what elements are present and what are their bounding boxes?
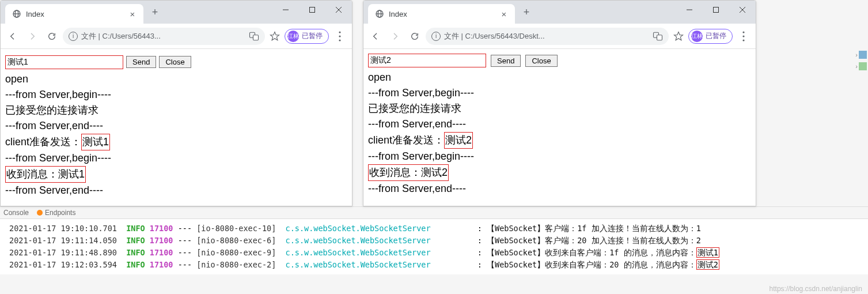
window-controls (676, 1, 756, 24)
tab-title: Index (26, 10, 123, 18)
log-line: 收到消息：测试1 (5, 166, 347, 183)
close-button[interactable] (325, 1, 352, 19)
new-tab-button[interactable]: + (518, 4, 535, 20)
address-bar: i 文件 | C:/Users/56443/Deskt... 江林 已暂停 (363, 24, 756, 49)
message-input[interactable] (5, 55, 123, 69)
tab-close-icon[interactable]: × (499, 9, 509, 19)
menu-button[interactable] (735, 28, 752, 45)
reload-button[interactable] (43, 28, 60, 45)
close-button-page[interactable]: Close (159, 56, 191, 68)
reload-button[interactable] (406, 28, 423, 45)
log-line: 已接受您的连接请求 (5, 103, 347, 118)
svg-marker-22 (674, 32, 683, 40)
tab-close-icon[interactable]: × (127, 9, 138, 19)
send-button[interactable]: Send (491, 55, 521, 67)
log-line: ---from Server,end---- (368, 116, 751, 132)
window-controls (272, 1, 352, 24)
bookmark-star-icon[interactable] (267, 29, 282, 44)
minimize-button[interactable] (272, 1, 299, 19)
message-input[interactable] (368, 54, 486, 67)
pill-text: 已暂停 (706, 31, 726, 41)
log-line: ---from Server,end---- (5, 118, 347, 134)
svg-point-24 (742, 35, 744, 37)
page-content: Send Close open ---from Server,begin----… (363, 49, 756, 206)
profile-pill[interactable]: 江林 已暂停 (285, 29, 329, 44)
svg-rect-17 (714, 7, 719, 13)
globe-icon (375, 9, 384, 18)
log-line: ---from Server,begin---- (368, 85, 751, 101)
ide-tool-row: Console Endpoints (0, 206, 868, 219)
highlighted-received: 收到消息：测试2 (368, 164, 449, 181)
profile-pill[interactable]: 江林 已暂停 (688, 29, 733, 44)
highlighted-received: 收到消息：测试1 (5, 166, 86, 183)
endpoints-tab[interactable]: Endpoints (37, 209, 75, 217)
url-text: 文件 | C:/Users/56443/Deskt... (444, 31, 649, 42)
globe-icon (12, 9, 21, 18)
maximize-button[interactable] (703, 1, 729, 19)
svg-point-11 (339, 35, 340, 37)
log-line: client准备发送：测试2 (368, 132, 751, 149)
maximize-button[interactable] (299, 1, 325, 19)
side-gutter: › › (855, 51, 867, 70)
log-line: 已接受您的连接请求 (368, 101, 751, 116)
translate-icon[interactable] (653, 31, 663, 42)
log-line: 收到消息：测试2 (368, 164, 751, 181)
menu-button[interactable] (331, 28, 348, 45)
forward-button[interactable] (24, 28, 41, 45)
close-button[interactable] (729, 1, 756, 19)
log-line: ---from Server,end---- (368, 181, 751, 197)
address-bar: i 文件 | C:/Users/56443... 江林 已暂停 (1, 24, 352, 49)
log-line: open (5, 71, 347, 87)
titlebar: Index × + (363, 1, 756, 24)
translate-icon[interactable] (249, 31, 259, 42)
send-button[interactable]: Send (126, 56, 156, 68)
svg-rect-21 (657, 35, 662, 40)
svg-point-10 (339, 31, 340, 33)
info-icon: i (69, 32, 78, 41)
svg-point-23 (742, 31, 744, 33)
minimize-button[interactable] (676, 1, 703, 19)
log-line: ---from Server,begin---- (5, 87, 347, 103)
new-tab-button[interactable]: + (147, 4, 163, 20)
info-icon: i (431, 32, 441, 41)
back-button[interactable] (367, 28, 384, 45)
console-output: 2021-01-17 19:10:10.701 INFO 17100 --- [… (0, 219, 868, 274)
avatar: 江林 (287, 31, 299, 42)
svg-marker-9 (271, 32, 279, 40)
watermark: https://blog.csdn.net/anjianglin (770, 285, 862, 293)
titlebar: Index × + (1, 1, 352, 24)
browser-tab[interactable]: Index × (368, 4, 515, 24)
back-button[interactable] (4, 28, 21, 45)
browser-window-2: Index × + i 文件 | C:/Users/56443/Deskt...… (363, 0, 756, 206)
log-line: ---from Server,begin---- (368, 149, 751, 164)
svg-rect-8 (253, 35, 259, 40)
log-line: ---from Server,begin---- (5, 150, 347, 166)
log-line: client准备发送：测试1 (5, 134, 347, 150)
url-text: 文件 | C:/Users/56443... (81, 31, 245, 42)
highlighted-msg: 测试2 (444, 132, 473, 149)
bookmark-star-icon[interactable] (671, 29, 686, 44)
log-line: open (368, 70, 751, 85)
log-line: ---from Server,end---- (5, 183, 347, 198)
endpoints-icon (37, 210, 43, 216)
svg-point-25 (742, 39, 744, 41)
highlighted-msg: 测试1 (81, 134, 110, 150)
gutter-item[interactable]: › (855, 62, 867, 70)
console-tab[interactable]: Console (3, 209, 29, 217)
browser-window-1: Index × + i 文件 | C:/Users/56443... 江林 (0, 0, 352, 206)
avatar: 江林 (691, 31, 703, 42)
browser-tab[interactable]: Index × (5, 4, 143, 24)
omnibox[interactable]: i 文件 | C:/Users/56443/Deskt... (426, 28, 669, 45)
tab-title: Index (389, 10, 494, 18)
omnibox[interactable]: i 文件 | C:/Users/56443... (63, 28, 265, 45)
pill-text: 已暂停 (302, 31, 323, 41)
close-button-page[interactable]: Close (525, 55, 557, 67)
gutter-item[interactable]: › (855, 51, 867, 59)
svg-rect-4 (310, 7, 315, 13)
page-content: Send Close open ---from Server,begin----… (1, 49, 352, 206)
forward-button[interactable] (386, 28, 404, 45)
svg-point-12 (339, 39, 340, 41)
